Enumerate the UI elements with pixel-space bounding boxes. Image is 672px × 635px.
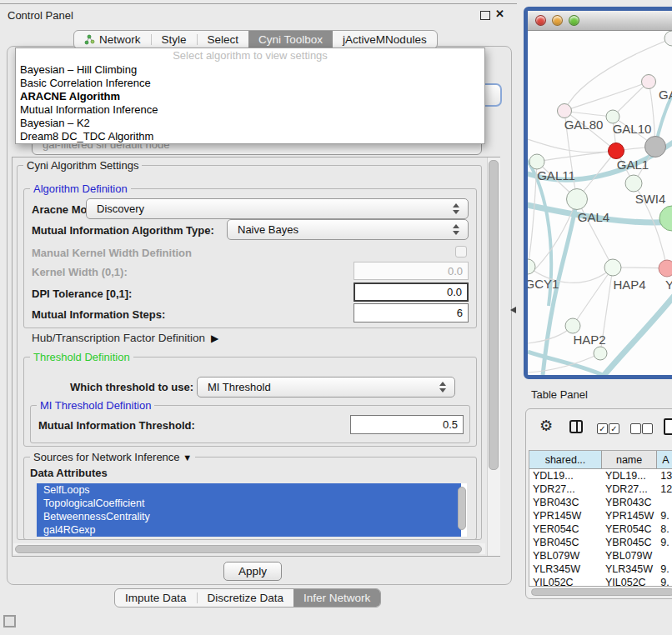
table-row[interactable]: YPR145WYPR145W9. xyxy=(529,509,672,522)
kernel-width-field[interactable]: 0.0 xyxy=(354,262,469,280)
tab-cyni-toolbox[interactable]: Cyni Toolbox xyxy=(248,31,333,48)
node-gal1[interactable] xyxy=(609,143,624,159)
tab-network[interactable]: Network xyxy=(74,31,151,48)
tab-jactivemnodules-label: jActiveMNodules xyxy=(343,33,427,46)
network-window-titlebar[interactable] xyxy=(528,11,672,31)
node[interactable] xyxy=(642,75,656,89)
which-threshold-select[interactable]: MI Threshold xyxy=(197,377,455,398)
kernel-width-label: Kernel Width (0,1): xyxy=(32,266,128,278)
svg-text:GCY1: GCY1 xyxy=(528,277,559,291)
dpi-tolerance-label: DPI Tolerance [0,1]: xyxy=(32,288,132,300)
table-row[interactable]: YLR345WYLR345W9. xyxy=(529,562,672,576)
mi-threshold-field[interactable]: 0.5 xyxy=(350,415,464,434)
svg-text:GAL4: GAL4 xyxy=(578,210,609,224)
mi-threshold-group-title: MI Threshold Definition xyxy=(37,399,154,412)
unchecked-checkbox-icon[interactable] xyxy=(630,423,641,434)
column-header-shared-name[interactable]: shared... xyxy=(529,451,602,469)
combo-stepper-icon xyxy=(435,382,450,392)
svg-text:GAL11: GAL11 xyxy=(537,168,575,182)
node-gal11[interactable] xyxy=(529,154,544,169)
node-gal80[interactable] xyxy=(558,104,572,118)
svg-text:GAL80: GAL80 xyxy=(564,118,604,132)
node[interactable] xyxy=(659,206,672,231)
dropdown-item[interactable]: Bayesian – K2 xyxy=(16,117,484,130)
gear-icon[interactable]: ⚙ xyxy=(539,417,553,435)
table-row[interactable]: YBR045CYBR045C9. xyxy=(529,536,672,549)
table-hscrollbar-thumb[interactable] xyxy=(531,588,672,596)
table-row[interactable]: YBL079WYBL079W xyxy=(529,549,672,562)
algorithm-definition-title: Algorithm Definition xyxy=(30,182,131,195)
node[interactable] xyxy=(659,260,672,277)
tab-infer-network[interactable]: Infer Network xyxy=(293,589,380,607)
unchecked-checkbox-icon[interactable] xyxy=(642,423,653,434)
tab-impute-data[interactable]: Impute Data xyxy=(115,589,197,607)
minimize-traffic-light[interactable] xyxy=(552,15,563,26)
zoom-traffic-light[interactable] xyxy=(569,15,579,26)
mi-algorithm-type-select[interactable]: Naive Bayes xyxy=(227,219,469,240)
data-attributes-list[interactable]: SelfLoops TopologicalCoefficient Between… xyxy=(37,483,467,537)
combo-stepper-icon xyxy=(449,224,464,235)
table-row[interactable]: YER054CYER054C8. xyxy=(529,522,672,536)
which-threshold-label: Which threshold to use: xyxy=(70,381,193,393)
node-gcy1[interactable] xyxy=(528,259,535,274)
settings-vscrollbar-thumb[interactable] xyxy=(489,160,499,470)
checked-checkbox-icon[interactable]: ✓ xyxy=(609,423,619,434)
table-panel-title: Table Panel xyxy=(531,388,588,401)
manual-kernel-width-checkbox[interactable] xyxy=(455,246,467,258)
table-row[interactable]: YDR27...YDR27...12 xyxy=(529,482,672,496)
dropdown-item-selected[interactable]: ARACNE Algorithm xyxy=(16,90,484,103)
node[interactable] xyxy=(664,31,672,46)
dropdown-item[interactable]: Mutual Information Inference xyxy=(16,103,484,117)
tab-select[interactable]: Select xyxy=(198,31,249,48)
dropdown-item[interactable]: Bayesian – Hill Climbing xyxy=(16,63,484,77)
dropdown-placeholder: Select algorithm to view settings xyxy=(16,48,484,63)
apply-button[interactable]: Apply xyxy=(223,562,282,581)
list-item[interactable]: BetweennessCentrality xyxy=(37,510,461,523)
node[interactable] xyxy=(645,137,666,158)
hub-section-toggle[interactable]: Hub/Transcription Factor Definition ▶ xyxy=(32,332,218,344)
tab-jactivemnodules[interactable]: jActiveMNodules xyxy=(333,31,437,48)
dropdown-item[interactable]: Dream8 DC_TDC Algorithm xyxy=(16,130,484,143)
list-item[interactable]: gal4RGexp xyxy=(37,523,461,537)
control-panel-tabbar: Network Style Select Cyni Toolbox jActiv… xyxy=(73,30,438,49)
tab-discretize-data-label: Discretize Data xyxy=(208,592,284,604)
network-view-window: GAL GAL80 GAL10 GAL1 GAL11 SWI4 GAL4 GCY… xyxy=(524,7,672,379)
node-hap2[interactable] xyxy=(565,318,580,333)
close-traffic-light[interactable] xyxy=(535,15,546,26)
float-window-icon[interactable] xyxy=(480,11,490,20)
dropdown-item[interactable]: Basic Correlation Inference xyxy=(16,77,484,90)
docked-panel-icon[interactable] xyxy=(3,615,16,628)
mi-steps-field[interactable]: 6 xyxy=(354,303,469,322)
document-icon[interactable] xyxy=(664,418,672,435)
manual-kernel-width-label: Manual Kernel Width Definition xyxy=(32,247,192,259)
node[interactable] xyxy=(594,347,607,360)
list-item[interactable]: TopologicalCoefficient xyxy=(37,497,461,510)
settings-hscrollbar-thumb[interactable] xyxy=(15,545,482,553)
aracne-mode-select[interactable]: Discovery xyxy=(86,198,469,219)
column-header-name[interactable]: name xyxy=(602,451,657,469)
close-icon[interactable]: ✕ xyxy=(495,8,504,20)
tab-style[interactable]: Style xyxy=(152,31,197,48)
network-canvas[interactable]: GAL GAL80 GAL10 GAL1 GAL11 SWI4 GAL4 GCY… xyxy=(528,31,672,375)
node-gal4[interactable] xyxy=(567,189,588,210)
attributes-list-scrollbar-thumb[interactable] xyxy=(458,487,466,530)
sources-title[interactable]: Sources for Network Inference ▼ xyxy=(30,451,195,463)
control-panel-title: Control Panel xyxy=(8,9,73,22)
node-hap4[interactable] xyxy=(604,259,621,276)
algorithm-dropdown-popup: Select algorithm to view settings Bayesi… xyxy=(15,48,485,144)
list-item[interactable]: SelfLoops xyxy=(37,483,461,497)
table-row[interactable]: YIL052CYIL052C9. xyxy=(529,576,672,586)
table-row[interactable]: YDL19...YDL19...13 xyxy=(529,469,672,482)
split-columns-icon[interactable] xyxy=(569,420,583,433)
checked-checkbox-icon[interactable]: ✓ xyxy=(597,423,608,434)
node-swi4[interactable] xyxy=(625,175,642,192)
table-row[interactable]: YBR043CYBR043C xyxy=(529,496,672,509)
mi-threshold-label: Mutual Information Threshold: xyxy=(38,419,195,432)
svg-text:GAL: GAL xyxy=(659,88,672,102)
column-header-partial[interactable]: A xyxy=(657,451,672,469)
network-icon xyxy=(84,34,95,45)
dpi-tolerance-field[interactable]: 0.0 xyxy=(354,282,469,302)
svg-text:HAP4: HAP4 xyxy=(613,278,645,292)
tab-style-label: Style xyxy=(162,33,187,46)
tab-discretize-data[interactable]: Discretize Data xyxy=(198,589,294,607)
